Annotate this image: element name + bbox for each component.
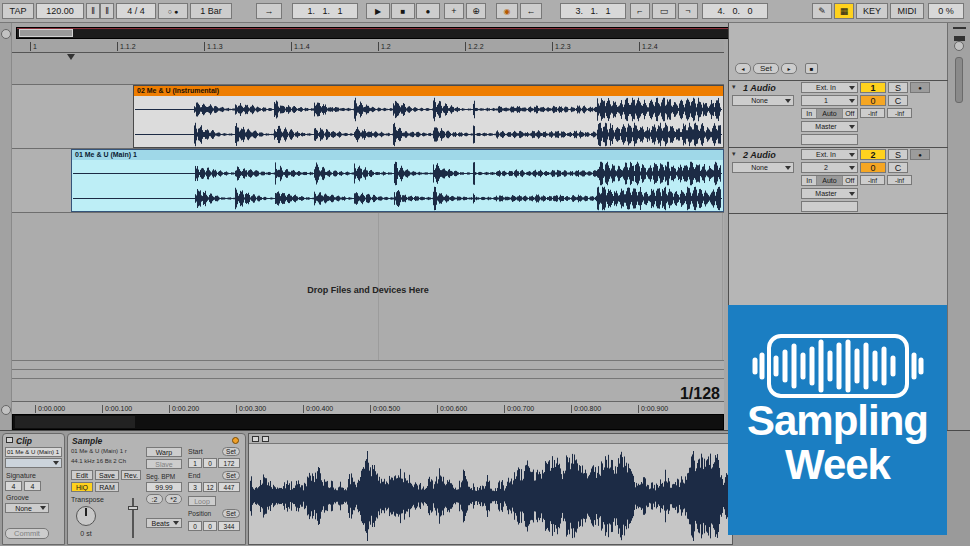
metronome-button[interactable]: ○ ● [158, 3, 188, 19]
horizontal-scrollbar[interactable] [12, 414, 724, 430]
punch-out-button[interactable]: ¬ [678, 3, 698, 19]
track-name[interactable]: 2 Audio [743, 150, 776, 160]
warp-button[interactable]: Warp [146, 447, 182, 457]
start-sub-value[interactable]: 172 [218, 458, 240, 468]
play-button[interactable]: ▶ [366, 3, 390, 19]
collapsed-lane[interactable] [12, 360, 724, 369]
audio-clip-main[interactable]: 01 Me & U (Main) 1 [71, 149, 724, 212]
double-tempo-button[interactable]: *2 [165, 494, 182, 504]
scroll-tool-icon[interactable] [262, 436, 269, 442]
transpose-knob[interactable] [76, 506, 96, 526]
overdub-button[interactable]: ⊕ [466, 3, 486, 19]
set-start-button[interactable]: Set [222, 447, 240, 456]
audio-to-select[interactable]: Master [801, 121, 858, 132]
input-channel-select[interactable]: 1 [801, 95, 858, 106]
scroll-left-button[interactable] [1, 29, 11, 39]
track-delay-field[interactable] [801, 201, 858, 212]
save-button[interactable]: Save [95, 470, 119, 480]
loop-switch-button[interactable]: ▭ [652, 3, 676, 19]
track-fold-icon[interactable]: ▾ [732, 83, 736, 91]
collapsed-lane[interactable] [12, 369, 724, 378]
back-to-arrangement-button[interactable]: ← [520, 3, 542, 19]
empty-track-area[interactable]: Drop Files and Devices Here [12, 212, 724, 360]
zoom-tool-icon[interactable] [252, 436, 259, 442]
midi-map-button[interactable]: MIDI [890, 3, 924, 19]
ram-button[interactable]: RAM [95, 482, 119, 492]
crossfade-assign-button[interactable]: C [888, 162, 908, 173]
time-signature-display[interactable]: 4 / 4 [116, 3, 156, 19]
clip-color-icon[interactable] [6, 437, 13, 443]
punch-in-button[interactable]: ⌐ [630, 3, 650, 19]
monitor-switch[interactable]: In Auto Off [801, 175, 858, 186]
scroll-up-button[interactable] [954, 41, 964, 51]
end-sub-value[interactable]: 447 [218, 482, 240, 492]
time-ruler[interactable]: 0:00.000 0:00.100 0:00.200 0:00.300 0:00… [12, 401, 724, 414]
crossfade-assign-button[interactable]: C [888, 95, 908, 106]
start-bar-value[interactable]: 1 [188, 458, 202, 468]
hiq-button[interactable]: HiQ [71, 482, 93, 492]
track-fold-icon[interactable]: ▾ [732, 150, 736, 158]
clip-name-field[interactable]: 01 Me & U (Main) 1 [5, 447, 62, 457]
signature-denominator[interactable]: 4 [24, 481, 41, 491]
sample-waveform-canvas[interactable] [249, 444, 732, 544]
clip-title-bar[interactable]: 01 Me & U (Main) 1 [72, 150, 723, 160]
volume-meter-value[interactable]: -inf [860, 108, 885, 118]
track-lane-2[interactable]: 01 Me & U (Main) 1 [12, 148, 724, 212]
track-activator-button[interactable]: 2 [860, 149, 886, 160]
end-bar-value[interactable]: 3 [188, 482, 202, 492]
set-position-button[interactable]: Set [222, 509, 240, 518]
slave-button[interactable]: Slave [146, 459, 182, 469]
transpose-value[interactable]: 0 st [74, 530, 98, 537]
monitor-in-option[interactable]: In [802, 109, 816, 118]
audio-from-select[interactable]: Ext. In [801, 149, 858, 160]
track-delay-field[interactable] [801, 134, 858, 145]
output-routing-select[interactable]: None [732, 95, 794, 106]
record-button[interactable]: ● [416, 3, 440, 19]
scrollbar-handle[interactable] [15, 416, 135, 428]
quantization-select[interactable]: 1 Bar [190, 3, 232, 19]
sample-editor-panel[interactable] [248, 433, 733, 545]
monitor-off-option[interactable]: Off [842, 176, 857, 185]
commit-button[interactable]: Commit [5, 528, 49, 539]
beat-time-ruler[interactable]: 1 1.1.2 1.1.3 1.1.4 1.2 1.2.2 1.2.3 1.2.… [12, 40, 724, 53]
edit-button[interactable]: Edit [71, 470, 93, 480]
arm-record-button[interactable]: ● [910, 149, 930, 160]
computer-midi-keyboard-button[interactable]: ▦ [834, 3, 854, 19]
set-locator-button[interactable]: Set [753, 63, 779, 74]
position-bar-value[interactable]: 0 [188, 521, 202, 531]
loop-length-display[interactable]: 4. 0. 0 [702, 3, 768, 19]
end-beat-value[interactable]: 12 [203, 482, 217, 492]
arrangement-position-display[interactable]: 1. 1. 1 [292, 3, 358, 19]
zoom-back-button[interactable] [1, 405, 11, 415]
tap-tempo-button[interactable]: TAP [2, 3, 34, 19]
clip-title-bar[interactable]: 02 Me & U (Instrumental) [134, 86, 723, 96]
audio-to-select[interactable]: Master [801, 188, 858, 199]
key-map-button[interactable]: KEY [856, 3, 888, 19]
solo-button[interactable]: S [888, 82, 908, 93]
volume-meter-value[interactable]: -inf [887, 175, 912, 185]
output-routing-select[interactable]: None [732, 162, 794, 173]
clip-color-select[interactable] [5, 458, 62, 468]
loop-start-display[interactable]: 3. 1. 1 [560, 3, 626, 19]
signature-numerator[interactable]: 4 [5, 481, 22, 491]
automation-arm-button[interactable]: ◉ [496, 3, 518, 19]
warp-mode-select[interactable]: Beats [146, 518, 182, 528]
reverse-button[interactable]: Rev. [121, 470, 141, 480]
overview-toggle-icon[interactable] [953, 27, 966, 36]
solo-button[interactable]: S [888, 149, 908, 160]
track-lane-1[interactable]: 02 Me & U (Instrumental) [12, 84, 724, 148]
position-beat-value[interactable]: 0 [203, 521, 217, 531]
audio-from-select[interactable]: Ext. In [801, 82, 858, 93]
track-name[interactable]: 1 Audio [743, 83, 776, 93]
monitor-off-option[interactable]: Off [842, 109, 857, 118]
tempo-display[interactable]: 120.00 [36, 3, 84, 19]
monitor-auto-option[interactable]: Auto [816, 176, 841, 185]
detune-slider[interactable] [132, 498, 134, 538]
audio-clip-instrumental[interactable]: 02 Me & U (Instrumental) [133, 85, 724, 148]
monitor-in-option[interactable]: In [802, 176, 816, 185]
half-tempo-button[interactable]: :2 [146, 494, 163, 504]
pan-value[interactable]: 0 [860, 162, 886, 173]
groove-select[interactable]: None [5, 503, 49, 513]
stop-all-clips-button[interactable]: ■ [805, 63, 818, 74]
volume-meter-value[interactable]: -inf [887, 108, 912, 118]
